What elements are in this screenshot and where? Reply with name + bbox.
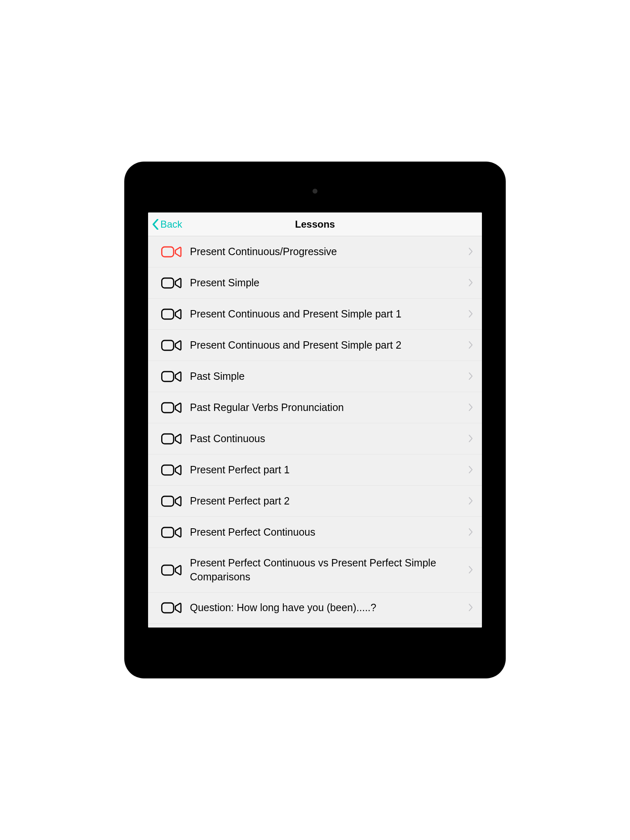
lesson-item[interactable]: Past Continuous bbox=[148, 423, 482, 454]
lesson-item[interactable]: Question: How long have you (been).....? bbox=[148, 593, 482, 624]
back-button[interactable]: Back bbox=[152, 219, 182, 230]
svg-rect-7 bbox=[162, 465, 173, 475]
chevron-right-icon bbox=[469, 604, 474, 612]
video-icon bbox=[161, 370, 182, 383]
chevron-left-icon bbox=[152, 219, 159, 230]
tablet-notch bbox=[247, 165, 383, 174]
lesson-label: Present Continuous/Progressive bbox=[190, 245, 469, 259]
chevron-right-icon bbox=[469, 404, 474, 412]
lesson-item[interactable]: Past Simple bbox=[148, 361, 482, 392]
svg-rect-11 bbox=[162, 603, 173, 613]
video-icon bbox=[161, 432, 182, 445]
video-icon bbox=[161, 495, 182, 508]
chevron-right-icon bbox=[469, 341, 474, 349]
lesson-label: Question: How long have you (been).....? bbox=[190, 601, 469, 615]
lesson-item[interactable]: Present Perfect part 1 bbox=[148, 454, 482, 486]
camera-icon bbox=[313, 189, 317, 194]
lesson-item[interactable]: Present Perfect Continuous bbox=[148, 517, 482, 548]
svg-rect-8 bbox=[162, 496, 173, 506]
back-label: Back bbox=[160, 219, 182, 230]
chevron-right-icon bbox=[469, 310, 474, 318]
video-icon bbox=[161, 308, 182, 321]
video-icon bbox=[161, 276, 182, 290]
svg-rect-9 bbox=[162, 527, 173, 537]
svg-rect-0 bbox=[162, 247, 173, 256]
chevron-right-icon bbox=[469, 248, 474, 256]
page-wrap: Back Lessons Present Continuous/Progress… bbox=[118, 155, 512, 685]
lesson-item[interactable]: Present Perfect Continuous vs Present Pe… bbox=[148, 548, 482, 593]
video-icon bbox=[161, 401, 182, 414]
lesson-label: Present Perfect part 1 bbox=[190, 463, 469, 477]
lesson-item[interactable]: Present Continuous and Present Simple pa… bbox=[148, 299, 482, 330]
lesson-item[interactable]: Present Continuous and Present Simple pa… bbox=[148, 330, 482, 361]
lesson-label: Present Simple bbox=[190, 276, 469, 290]
lesson-label: Past Simple bbox=[190, 370, 469, 383]
video-icon bbox=[161, 601, 182, 614]
svg-rect-3 bbox=[162, 340, 173, 350]
svg-rect-5 bbox=[162, 402, 173, 412]
lesson-label: Present Perfect Continuous bbox=[190, 525, 469, 539]
lesson-list[interactable]: Present Continuous/ProgressivePresent Si… bbox=[148, 236, 482, 628]
nav-bar: Back Lessons bbox=[148, 212, 482, 236]
svg-rect-2 bbox=[162, 309, 173, 319]
app-screen: Back Lessons Present Continuous/Progress… bbox=[148, 212, 482, 628]
svg-rect-1 bbox=[162, 278, 173, 288]
chevron-right-icon bbox=[469, 372, 474, 381]
chevron-right-icon bbox=[469, 566, 474, 574]
svg-rect-4 bbox=[162, 371, 173, 381]
video-icon bbox=[161, 463, 182, 477]
svg-rect-6 bbox=[162, 434, 173, 443]
lesson-item[interactable]: Past Regular Verbs Pronunciation bbox=[148, 392, 482, 423]
lesson-item[interactable]: Present Perfect part 2 bbox=[148, 486, 482, 517]
lesson-label: Present Perfect Continuous vs Present Pe… bbox=[190, 556, 469, 584]
video-icon bbox=[161, 526, 182, 539]
lesson-label: Past Continuous bbox=[190, 432, 469, 446]
lesson-label: Past Regular Verbs Pronunciation bbox=[190, 401, 469, 415]
lesson-label: Present Continuous and Present Simple pa… bbox=[190, 307, 469, 321]
video-icon bbox=[161, 564, 182, 577]
video-icon bbox=[161, 245, 182, 258]
svg-rect-10 bbox=[162, 565, 173, 575]
chevron-right-icon bbox=[469, 279, 474, 287]
lesson-item[interactable]: Present Continuous/Progressive bbox=[148, 236, 482, 267]
chevron-right-icon bbox=[469, 435, 474, 443]
lesson-item[interactable]: Present Simple bbox=[148, 267, 482, 299]
page-title: Lessons bbox=[295, 219, 335, 230]
video-icon bbox=[161, 339, 182, 352]
chevron-right-icon bbox=[469, 466, 474, 474]
lesson-label: Present Perfect part 2 bbox=[190, 494, 469, 508]
lesson-label: Present Continuous and Present Simple pa… bbox=[190, 338, 469, 352]
tablet-inner: Back Lessons Present Continuous/Progress… bbox=[128, 165, 502, 675]
tablet-frame: Back Lessons Present Continuous/Progress… bbox=[124, 162, 506, 678]
chevron-right-icon bbox=[469, 497, 474, 505]
chevron-right-icon bbox=[469, 528, 474, 536]
